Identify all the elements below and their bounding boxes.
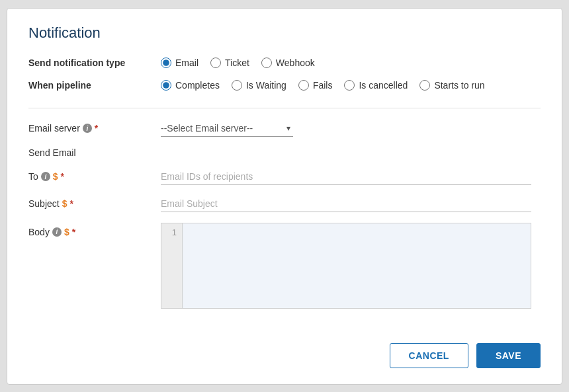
radio-webhook-input[interactable] [261, 58, 272, 68]
notification-type-options: Email Ticket Webhook [161, 58, 315, 68]
cancel-button[interactable]: CANCEL [390, 343, 468, 368]
when-pipeline-row: When pipeline Completes Is Waiting Fails… [28, 80, 541, 91]
line-number-1: 1 [167, 227, 177, 237]
radio-fails[interactable]: Fails [298, 80, 333, 91]
save-button[interactable]: SAVE [476, 343, 541, 368]
subject-label: Subject $ * [28, 198, 161, 209]
radio-ticket-label: Ticket [225, 58, 249, 68]
radio-webhook-label: Webhook [276, 58, 315, 68]
radio-is-cancelled-label: Is cancelled [359, 80, 408, 91]
radio-is-waiting-label: Is Waiting [246, 80, 286, 91]
email-server-row: Email server i * --Select Email server--… [28, 120, 541, 137]
radio-completes-label: Completes [175, 80, 220, 91]
radio-email-input[interactable] [161, 58, 171, 68]
email-server-select[interactable]: --Select Email server-- [161, 120, 293, 137]
radio-is-cancelled-input[interactable] [344, 80, 355, 91]
email-server-select-wrapper: --Select Email server-- ▾ [161, 120, 293, 137]
divider [28, 108, 541, 108]
subject-required: * [70, 198, 73, 209]
to-info-icon: i [41, 172, 50, 181]
body-textarea[interactable] [183, 223, 531, 308]
to-required: * [61, 171, 64, 182]
email-server-info-icon: i [83, 124, 92, 133]
body-label: Body i $ * [28, 223, 161, 237]
radio-webhook[interactable]: Webhook [261, 58, 315, 68]
body-editor: 1 [161, 223, 531, 309]
radio-fails-label: Fails [313, 80, 333, 91]
dialog-title: Notification [28, 24, 541, 42]
radio-is-waiting[interactable]: Is Waiting [232, 80, 286, 91]
radio-ticket[interactable]: Ticket [210, 58, 249, 68]
when-pipeline-label: When pipeline [28, 80, 161, 91]
body-dollar: $ [64, 227, 69, 237]
to-field-row: To i $ * [28, 169, 541, 185]
body-field-row: Body i $ * 1 [28, 223, 541, 309]
to-label: To i $ * [28, 171, 161, 182]
radio-starts-to-run[interactable]: Starts to run [419, 80, 484, 91]
radio-email[interactable]: Email [161, 58, 198, 68]
radio-completes-input[interactable] [161, 80, 171, 91]
email-server-required: * [95, 123, 98, 134]
radio-fails-input[interactable] [298, 80, 309, 91]
notification-type-label: Send notification type [28, 58, 161, 68]
dialog-footer: CANCEL SAVE [28, 322, 541, 368]
email-server-label: Email server i * [28, 123, 161, 134]
line-numbers: 1 [161, 223, 183, 308]
to-input[interactable] [161, 169, 531, 185]
notification-dialog: Notification Send notification type Emai… [7, 8, 562, 385]
to-dollar: $ [53, 171, 58, 182]
radio-is-cancelled[interactable]: Is cancelled [344, 80, 408, 91]
radio-completes[interactable]: Completes [161, 80, 220, 91]
send-email-label: Send Email [28, 147, 541, 158]
body-info-icon: i [52, 227, 62, 237]
radio-is-waiting-input[interactable] [232, 80, 242, 91]
subject-dollar: $ [62, 198, 67, 209]
notification-type-row: Send notification type Email Ticket Webh… [28, 58, 541, 68]
radio-ticket-input[interactable] [210, 58, 221, 68]
body-required: * [72, 227, 75, 237]
radio-email-label: Email [175, 58, 198, 68]
subject-field-row: Subject $ * [28, 196, 541, 212]
subject-input[interactable] [161, 196, 531, 212]
radio-starts-to-run-input[interactable] [419, 80, 430, 91]
radio-starts-to-run-label: Starts to run [434, 80, 484, 91]
when-pipeline-options: Completes Is Waiting Fails Is cancelled … [161, 80, 485, 91]
